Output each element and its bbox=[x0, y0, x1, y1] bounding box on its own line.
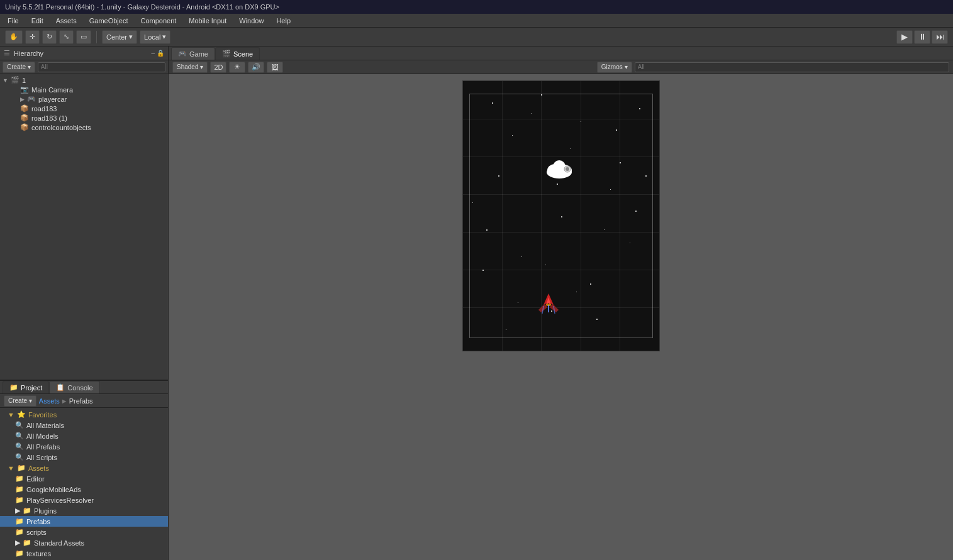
scene-label: 1 bbox=[22, 77, 26, 84]
hierarchy-item-playercar[interactable]: ▶ 🎮 playercar bbox=[0, 94, 168, 104]
star-2 bbox=[512, 135, 513, 136]
tree-item-label: Prefabs bbox=[26, 518, 50, 525]
menu-gameobject[interactable]: GameObject bbox=[84, 16, 133, 26]
tree-plugins[interactable]: ▶ 📁 Plugins bbox=[0, 505, 168, 516]
assets-panel: ▼ ⭐ Favorites 🔍 All Materials 🔍 All Mode… bbox=[0, 408, 168, 560]
toolbar-separator-1 bbox=[96, 31, 97, 43]
tree-item-label: Plugins bbox=[34, 507, 57, 515]
menu-component[interactable]: Component bbox=[135, 16, 181, 26]
tree-all-prefabs[interactable]: 🔍 All Prefabs bbox=[0, 441, 168, 452]
tree-textures[interactable]: 📁 textures bbox=[0, 548, 168, 559]
tree-assets[interactable]: ▼ 📁 Assets bbox=[0, 463, 168, 473]
hierarchy-item-label: controlcountobjects bbox=[31, 124, 91, 131]
control-icon: 📦 bbox=[20, 123, 29, 131]
hand-tool-button[interactable]: ✋ bbox=[5, 30, 23, 44]
menu-bar: File Edit Assets GameObject Component Mo… bbox=[0, 14, 953, 28]
lighting-toggle-button[interactable]: ☀ bbox=[229, 62, 245, 73]
favorites-expand-icon: ▼ bbox=[8, 411, 14, 419]
scene-search-input[interactable] bbox=[635, 62, 949, 72]
breadcrumb-root[interactable]: Assets bbox=[39, 397, 60, 405]
center-toggle-button[interactable]: Center ▾ bbox=[102, 30, 137, 44]
step-button[interactable]: ⏭ bbox=[932, 30, 948, 44]
tree-all-models[interactable]: 🔍 All Models bbox=[0, 431, 168, 441]
tree-all-materials[interactable]: 🔍 All Materials bbox=[0, 420, 168, 431]
2d-toggle-button[interactable]: 2D bbox=[210, 62, 226, 73]
search-icon: 🔍 bbox=[15, 442, 24, 451]
menu-window[interactable]: Window bbox=[234, 16, 269, 26]
hierarchy-item-controlcountobjects[interactable]: 📦 controlcountobjects bbox=[0, 123, 168, 132]
local-toggle-button[interactable]: Local ▾ bbox=[140, 30, 170, 44]
star-21 bbox=[576, 292, 577, 292]
hierarchy-item-road183-1[interactable]: 📦 road183 (1) bbox=[0, 113, 168, 123]
playercar-expand-icon: ▶ bbox=[20, 96, 25, 102]
play-controls: ▶ ⏸ ⏭ bbox=[896, 30, 948, 44]
tree-item-label: All Models bbox=[26, 432, 59, 440]
hierarchy-panel: ☰ Hierarchy – 🔒 Create ▾ ▼ bbox=[0, 47, 169, 560]
camera-icon: 📷 bbox=[20, 85, 29, 94]
editor-folder-icon: 📁 bbox=[15, 475, 24, 483]
rect-tool-button[interactable]: ▭ bbox=[76, 30, 91, 44]
menu-help[interactable]: Help bbox=[271, 16, 296, 26]
hierarchy-create-button[interactable]: Create ▾ bbox=[3, 62, 35, 73]
tree-prefabs[interactable]: 📁 Prefabs bbox=[0, 516, 168, 527]
rotate-tool-button[interactable]: ↻ bbox=[42, 30, 57, 44]
star-26 bbox=[596, 319, 598, 320]
star-9 bbox=[610, 189, 611, 190]
scale-tool-button[interactable]: ⤡ bbox=[59, 30, 74, 44]
star-7 bbox=[639, 108, 640, 109]
menu-assets[interactable]: Assets bbox=[51, 16, 82, 26]
assets-tree: ▼ ⭐ Favorites 🔍 All Materials 🔍 All Mode… bbox=[0, 408, 168, 560]
standard-folder-icon: 📁 bbox=[23, 539, 31, 547]
star-8 bbox=[561, 216, 562, 217]
hierarchy-lock-icon[interactable]: 🔒 bbox=[157, 50, 164, 57]
hierarchy-search-input[interactable] bbox=[38, 62, 165, 72]
star-12 bbox=[590, 283, 591, 285]
tree-googlemobileads[interactable]: 📁 GoogleMobileAds bbox=[0, 484, 168, 495]
plugins-folder-icon: 📁 bbox=[23, 507, 31, 515]
textures-folder-icon: 📁 bbox=[15, 549, 24, 557]
tab-console[interactable]: 📋 Console bbox=[49, 381, 99, 393]
center-dropdown-icon: ▾ bbox=[129, 33, 133, 41]
shading-dropdown[interactable]: Shaded ▾ bbox=[172, 62, 208, 73]
center-label: Center bbox=[106, 33, 127, 41]
fx-toggle-button[interactable]: 🖼 bbox=[267, 62, 283, 73]
tab-project[interactable]: 📁 Project bbox=[3, 381, 49, 393]
hierarchy-scene-root[interactable]: ▼ 🎬 1 bbox=[0, 75, 168, 85]
move-tool-button[interactable]: ✛ bbox=[25, 30, 40, 44]
tab-game[interactable]: 🎮 Game bbox=[171, 47, 215, 60]
tree-playservicesresolver[interactable]: 📁 PlayServicesResolver bbox=[0, 495, 168, 505]
view-tabs: 🎮 Game 🎬 Scene bbox=[169, 47, 953, 60]
scene-tab-label: Scene bbox=[233, 50, 253, 58]
project-create-label: Create bbox=[8, 397, 27, 404]
project-create-button[interactable]: Create ▾ bbox=[4, 395, 36, 407]
hierarchy-item-label: playercar bbox=[38, 96, 67, 103]
tree-standard-assets[interactable]: ▶ 📁 Standard Assets bbox=[0, 537, 168, 548]
title-text: Unity 5.5.2f1 Personal (64bit) - 1.unity… bbox=[5, 3, 279, 11]
tree-editor[interactable]: 📁 Editor bbox=[0, 473, 168, 484]
gizmos-arrow-icon: ▾ bbox=[625, 63, 628, 70]
hierarchy-item-main-camera[interactable]: 📷 Main Camera bbox=[0, 85, 168, 94]
scripts-folder-icon: 📁 bbox=[15, 528, 24, 536]
menu-mobileinput[interactable]: Mobile Input bbox=[184, 16, 231, 26]
hierarchy-icon: ☰ bbox=[4, 49, 10, 57]
hierarchy-item-road183[interactable]: 📦 road183 bbox=[0, 104, 168, 113]
audio-toggle-button[interactable]: 🔊 bbox=[248, 62, 264, 73]
play-button[interactable]: ▶ bbox=[896, 30, 913, 44]
play-folder-icon: 📁 bbox=[15, 496, 24, 504]
assets-expand-icon: ▼ bbox=[8, 464, 14, 472]
tab-scene[interactable]: 🎬 Scene bbox=[215, 47, 260, 60]
hierarchy-minimize-icon[interactable]: – bbox=[151, 50, 155, 57]
project-tab-icon: 📁 bbox=[9, 383, 18, 392]
menu-file[interactable]: File bbox=[3, 16, 24, 26]
game-scene-content[interactable] bbox=[169, 74, 953, 560]
gizmos-dropdown[interactable]: Gizmos ▾ bbox=[597, 62, 632, 73]
pause-button[interactable]: ⏸ bbox=[914, 30, 930, 44]
svg-point-62 bbox=[566, 167, 569, 171]
tree-scripts[interactable]: 📁 scripts bbox=[0, 527, 168, 537]
tree-favorites[interactable]: ▼ ⭐ Favorites bbox=[0, 409, 168, 420]
tree-all-scripts[interactable]: 🔍 All Scripts bbox=[0, 452, 168, 463]
svg-point-60 bbox=[553, 160, 566, 173]
menu-edit[interactable]: Edit bbox=[26, 16, 48, 26]
google-folder-icon: 📁 bbox=[15, 485, 24, 493]
hierarchy-content: ▼ 🎬 1 📷 Main Camera ▶ 🎮 playercar 📦 road… bbox=[0, 74, 168, 380]
